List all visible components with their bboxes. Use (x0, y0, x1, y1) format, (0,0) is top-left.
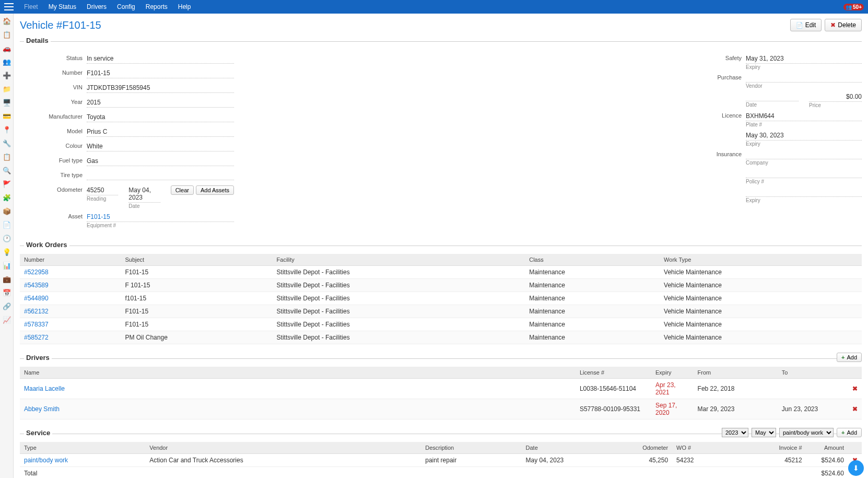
fuel-value: Gas (87, 156, 234, 166)
folder-icon[interactable]: 📁 (3, 85, 11, 93)
briefcase-icon[interactable]: 💼 (3, 275, 11, 283)
service-year-select[interactable]: 202320222021 (722, 428, 748, 437)
topbar-item-help[interactable]: Help (173, 1, 196, 13)
remove-driver-icon[interactable]: ✖ (852, 385, 858, 392)
number-value: F101-15 (87, 68, 234, 78)
purchase-vendor (746, 73, 862, 83)
workorder-row: #544890f101-15Stittsville Depot - Facili… (20, 292, 862, 305)
home-icon[interactable]: 🏠 (3, 17, 11, 25)
add-assets-button[interactable]: Add Assets (196, 185, 234, 195)
box-icon[interactable]: 📦 (3, 207, 11, 215)
driver-link[interactable]: Maaria Lacelle (24, 385, 65, 392)
monitor-icon[interactable]: 🖥️ (3, 98, 11, 107)
add-driver-button[interactable]: Add (837, 353, 862, 362)
insurance-company (746, 150, 862, 159)
workorder-link[interactable]: #544890 (24, 295, 49, 302)
licence-expiry: May 30, 2023 (746, 131, 862, 141)
workorder-row: #585272PM Oil ChangeStittsville Depot - … (20, 331, 862, 344)
menu-toggle-icon[interactable] (4, 3, 14, 10)
clock-icon[interactable]: 🕐 (3, 234, 11, 242)
search-icon[interactable]: 🔍 (3, 166, 11, 174)
medical-icon[interactable]: ➕ (3, 71, 11, 79)
purchase-price: $0.00 (809, 92, 862, 102)
requests-icon[interactable]: 📋 (3, 30, 11, 39)
workorder-row: #522958F101-15Stittsville Depot - Facili… (20, 266, 862, 279)
details-legend: Details (24, 37, 51, 44)
topbar-item-my-status[interactable]: My Status (43, 1, 81, 13)
driver-row: Maaria LacelleL0038-15646-51104Apr 23, 2… (20, 379, 862, 399)
service-month-select[interactable]: JanFebMarAprMayJunJulAugSepOctNovDec (752, 428, 776, 437)
safety-expiry: May 31, 2023 (746, 54, 862, 64)
year-value: 2015 (87, 98, 234, 108)
chart-icon[interactable]: 📊 (3, 261, 11, 270)
add-service-button[interactable]: Add (837, 428, 862, 437)
edit-icon (796, 21, 803, 29)
clipboard-icon[interactable]: 📋 (3, 153, 11, 161)
link-icon[interactable]: 🔗 (3, 302, 11, 310)
service-total: $524.60 (806, 467, 848, 479)
add-icon (841, 354, 844, 360)
service-type-select[interactable]: paint/body workoil changetiresother (779, 428, 834, 437)
workorders-table: Number Subject Facility Class Work Type … (20, 254, 862, 344)
workorders-section: Work Orders Number Subject Facility Clas… (20, 241, 862, 344)
workorder-link[interactable]: #578337 (24, 321, 49, 328)
licence-plate: BXHM644 (746, 111, 862, 121)
remove-driver-icon[interactable]: ✖ (852, 405, 858, 413)
drivers-section: Drivers Add Name License # Expiry From T… (20, 354, 862, 419)
edit-button[interactable]: Edit (790, 19, 822, 31)
topbar-menu: FleetMy StatusDriversConfigReportsHelp (19, 1, 196, 13)
topbar-item-fleet[interactable]: Fleet (19, 1, 43, 13)
vin-value: JTDKDTB39F1585945 (87, 83, 234, 93)
odometer-reading: 45250 (87, 185, 118, 195)
workorder-link[interactable]: #543589 (24, 282, 49, 289)
main-content: Vehicle #F101-15 Edit Delete Details Sta… (14, 14, 868, 478)
delete-button[interactable]: Delete (825, 19, 862, 31)
service-table: Type Vendor Description Date Odometer WO… (20, 442, 862, 478)
driver-row: Abbey SmithS57788-00109-95331Sep 17, 202… (20, 399, 862, 419)
odometer-date: May 04, 2023 (128, 185, 160, 203)
tire-value (87, 171, 234, 180)
card-icon[interactable]: 💳 (3, 112, 11, 120)
scroll-down-fab[interactable]: ⬇ (848, 460, 864, 476)
topbar-item-drivers[interactable]: Drivers (81, 1, 112, 13)
manufacturer-value: Toyota (87, 112, 234, 122)
status-value: In service (87, 54, 234, 64)
clear-button[interactable]: Clear (171, 185, 194, 195)
workorder-row: #562132F101-15Stittsville Depot - Facili… (20, 305, 862, 318)
workorder-row: #543589F 101-15Stittsville Depot - Facil… (20, 279, 862, 292)
workorder-row: #578337F101-15Stittsville Depot - Facili… (20, 318, 862, 331)
drivers-table: Name License # Expiry From To Maaria Lac… (20, 367, 862, 419)
workorders-legend: Work Orders (24, 241, 69, 249)
workorder-link[interactable]: #562132 (24, 308, 49, 315)
topbar: FleetMy StatusDriversConfigReportsHelp 👥… (0, 0, 868, 14)
puzzle-icon[interactable]: 🧩 (3, 193, 11, 202)
page-title: Vehicle #F101-15 (20, 19, 101, 31)
service-section: Service 202320222021 JanFebMarAprMayJunJ… (20, 429, 862, 478)
bulb-icon[interactable]: 💡 (3, 248, 11, 256)
details-section: Details StatusIn service NumberF101-15 V… (20, 37, 862, 231)
workorder-link[interactable]: #522958 (24, 269, 49, 276)
car-icon[interactable]: 🚗 (3, 44, 11, 52)
service-legend: Service (24, 429, 52, 437)
purchase-date (746, 92, 799, 101)
location-icon[interactable]: 📍 (3, 125, 11, 134)
add-icon (841, 429, 844, 436)
people-icon[interactable]: 👥 (3, 57, 11, 66)
calendar-icon[interactable]: 📅 (3, 288, 11, 297)
service-row: paint/body workAction Car and Truck Acce… (20, 454, 862, 467)
topbar-item-config[interactable]: Config (112, 1, 140, 13)
notification-badge[interactable]: 👥50+ (843, 4, 864, 10)
driver-link[interactable]: Abbey Smith (24, 405, 60, 413)
asset-link[interactable]: F101-15 (87, 212, 234, 222)
sheet-icon[interactable]: 📄 (3, 220, 11, 229)
topbar-item-reports[interactable]: Reports (140, 1, 173, 13)
wrench-icon[interactable]: 🔧 (3, 139, 11, 147)
flag-icon[interactable]: 🚩 (3, 180, 11, 188)
workorder-link[interactable]: #585272 (24, 334, 49, 341)
service-type-link[interactable]: paint/body work (24, 457, 68, 464)
drivers-legend: Drivers (24, 354, 52, 362)
insurance-expiry (746, 188, 862, 197)
sidebar: 🏠 📋 🚗 👥 ➕ 📁 🖥️ 💳 📍 🔧 📋 🔍 🚩 🧩 📦 📄 🕐 💡 📊 💼… (0, 14, 14, 478)
colour-value: White (87, 142, 234, 151)
bars-icon[interactable]: 📈 (3, 316, 11, 324)
